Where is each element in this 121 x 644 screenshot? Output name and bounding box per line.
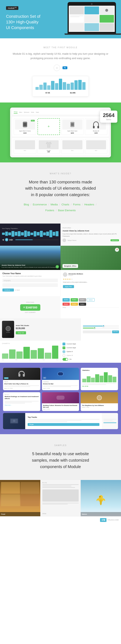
- bottom-samples-section: Food BLOG Article Nature: [0, 480, 121, 516]
- ps-badge: Ps: [62, 66, 67, 69]
- cat-footers: Footers: [46, 209, 54, 212]
- food-sample: Food: [0, 480, 40, 516]
- blog-title: Aussie Views by Julianne Kost: [62, 230, 119, 232]
- sample-card-game: VR GAMING Drones Go Bad April 5, 2016: [42, 368, 79, 390]
- hero-title: Construction Set of 130+ High-Quality UI…: [6, 14, 48, 30]
- samples-subtitle: SAMPLES: [12, 444, 109, 446]
- product-grid: New Apple Watch S Series $349 + Apple Wa…: [12, 116, 109, 136]
- preview-grid-section: Now Playing: Playstation...: [0, 224, 121, 363]
- sample-card-blog: MUSIC Medical findings on treatment and …: [3, 392, 40, 411]
- sketch-icon: ◇: [54, 64, 60, 71]
- tablet-mockup: Shop Men Women Kids Sale New Apple Watch…: [10, 108, 111, 157]
- samples-section: SAMPLES 5 beautiful ready to use website…: [0, 434, 121, 480]
- cat-forms: Forms: [73, 203, 80, 206]
- product-price: $499: [86, 132, 106, 134]
- sample-card-chart: Statistics $1.19 M: [81, 368, 118, 390]
- stats-values-row: $7.5k $2.89k: [36, 92, 86, 94]
- hero-mockup: [64, 2, 119, 35]
- sample-card-vr: Building Culture: Moments For Brands And…: [42, 392, 79, 411]
- stats-mockup: $7.5k $2.89k: [32, 76, 89, 96]
- meet-description: Module 01 is big, stylish and handy UI K…: [12, 52, 109, 60]
- tool-icons-row: ◇ Ps: [12, 64, 109, 71]
- form-preview: Choose Your Name Your information is pro…: [0, 270, 60, 296]
- pricing-preview: PRICING ⬆ $348'000 JUST SUMMARY: [0, 296, 60, 318]
- article-sample: BLOG Article: [40, 480, 81, 516]
- audio-player-preview: Now Playing: Playstation...: [0, 224, 60, 246]
- samples-title: 5 beautiful ready to use website samples…: [12, 450, 109, 470]
- svg-point-7: [100, 496, 100, 497]
- cat-charts: Charts: [62, 203, 69, 206]
- meet-subtitle: MEET THE FIRST MODULE: [12, 46, 109, 48]
- map-preview: Bangkok, Office 📍: [60, 246, 121, 270]
- sliders-preview: Add Item: [81, 318, 121, 340]
- watermark-section: 云瑞 YRUCD.COM: [0, 516, 121, 524]
- items-counter-badge: 2564 Items: [100, 110, 117, 123]
- meet-section: MEET THE FIRST MODULE Module 01 is big, …: [0, 38, 121, 102]
- product-price: $349: [15, 132, 35, 134]
- sample-card-news: NEW TECH Short Seller Sees Way to Reduce…: [3, 368, 40, 390]
- chart-preview: Charts Jan Mar Jun Sep Dec: [0, 340, 60, 363]
- product-card[interactable]: Apple Watch Sport $299: [61, 118, 84, 135]
- blog-preview: FEATURED Aussie Views by Julianne Kost I…: [60, 224, 121, 246]
- sample-card-music: The Skepthees by Jono Williams Album • 2…: [81, 392, 118, 411]
- whats-inside-section: WHAT'S INSIDE? More than 130 components …: [0, 162, 121, 224]
- ecommerce-section: Shop Men Women Kids Sale New Apple Watch…: [0, 102, 121, 162]
- product-name: Beoplay A8: [86, 130, 106, 132]
- purple-wide-preview: Top Tracks Play ▶: [3, 413, 118, 429]
- items-count: 2564: [103, 112, 114, 118]
- product-price: $299: [62, 132, 82, 134]
- items-label: Items: [103, 118, 114, 121]
- add-item-button[interactable]: +: [38, 118, 60, 135]
- cat-base-elements: Base Elements: [58, 209, 76, 212]
- svg-point-3: [13, 420, 15, 422]
- product-name: Apple Watch S Series: [15, 130, 35, 132]
- product-name: Apple Watch Sport: [62, 130, 82, 132]
- buttons-preview: Button Button Button Button Button Butto…: [60, 296, 121, 318]
- module-badge[interactable]: moduleTM: [6, 6, 18, 10]
- hero-section: moduleTM Construction Set of 130+ High-Q…: [0, 0, 121, 38]
- svg-point-6: [100, 499, 102, 505]
- nature-sample: Nature: [81, 480, 121, 516]
- whats-inside-title: More than 130 components made with hundr…: [12, 179, 109, 198]
- whats-inside-subtitle: WHAT'S INSIDE?: [12, 172, 109, 175]
- cat-headers: Headers: [84, 203, 94, 206]
- cat-ecommerce: Ecommerce: [33, 203, 47, 206]
- cat-blog: Blog: [24, 203, 29, 206]
- product-card[interactable]: New Apple Watch S Series $349: [14, 118, 36, 135]
- rating-preview: Alexandra McMann Designer ★ ★ ★ ★ ★ Grea…: [60, 270, 121, 296]
- svg-point-5: [99, 495, 103, 499]
- categories-list: Blog / Ecommerce / Media / Charts / Form…: [12, 202, 109, 213]
- stats-bar-chart: [36, 79, 86, 90]
- landscape-preview: Aussie Views by Julianne Kost If you fin…: [0, 246, 60, 270]
- audio-product-preview: STUDIO Artist TM1 Studio $139,000 Shop n…: [0, 318, 81, 340]
- toggles-preview: ✓ Current Style ✓ Current Style Option A…: [60, 340, 121, 363]
- purple-samples-section: NEW TECH Short Seller Sees Way to Reduce…: [0, 363, 121, 434]
- cat-media: Media: [50, 203, 58, 206]
